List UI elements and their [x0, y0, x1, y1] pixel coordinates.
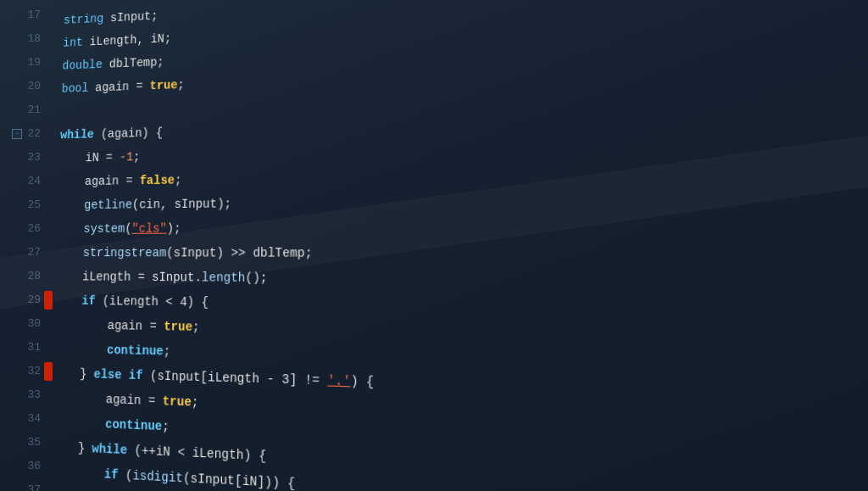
token-num: -1 — [120, 150, 134, 164]
line-number-37: 37 — [27, 478, 41, 491]
token-var: ; — [164, 344, 171, 359]
token-var: iLength = sInput. — [82, 270, 202, 284]
token-str: '.' — [327, 373, 350, 388]
line-number-19: 19 — [27, 51, 41, 75]
line-number-31: 31 — [27, 336, 41, 360]
token-var: } — [78, 441, 92, 456]
line-number-25: 25 — [27, 193, 41, 217]
token-var: again = — [95, 79, 150, 94]
token-var: iN = — [85, 151, 120, 165]
token-kw: continue — [105, 417, 162, 433]
token-kw: while — [60, 127, 101, 142]
code-content: string sInput;int iLength, iN;double dbl… — [43, 0, 868, 491]
token-type: double — [62, 58, 109, 73]
code-line-26: system("cls"); — [58, 211, 868, 241]
line-number-18: 18 — [27, 27, 41, 51]
code-line-27: stringstream(sInput) >> dblTemp; — [57, 240, 868, 269]
line-number-32: 32 — [27, 360, 41, 383]
token-var: sInput; — [110, 9, 159, 25]
token-var: dblTemp; — [109, 55, 164, 70]
line-number-36: 36 — [27, 455, 41, 478]
line-number-26: 26 — [27, 217, 41, 241]
token-fn: system — [83, 222, 125, 236]
token-type: string — [64, 12, 110, 27]
token-var: ; — [192, 395, 199, 410]
token-var: (sInput[iLength - 3] != — [150, 369, 327, 388]
line-number-30: 30 — [27, 312, 41, 336]
token-var: ; — [175, 173, 182, 187]
line-number-27: 27 — [27, 241, 41, 265]
token-var: again = — [106, 393, 163, 409]
token-var: ( — [125, 468, 133, 483]
token-var: ); — [167, 221, 181, 235]
line-number-22: 22− — [27, 122, 41, 146]
line-number-28: 28 — [27, 265, 41, 288]
collapse-icon[interactable]: − — [12, 129, 22, 139]
line-number-21: 21 — [27, 98, 41, 122]
token-fn: isdigit — [132, 468, 183, 485]
line-number-24: 24 — [27, 170, 41, 193]
token-kw: else if — [93, 367, 150, 383]
line-number-35: 35 — [27, 431, 41, 455]
line-number-29: 29 — [27, 288, 41, 312]
token-str: "cls" — [131, 221, 167, 235]
code-editor: 171819202122−232425262728293031323334353… — [0, 0, 868, 491]
token-var: } — [80, 367, 94, 382]
token-kw: while — [92, 442, 134, 458]
token-kw2: true — [164, 320, 192, 334]
token-var: (); — [245, 271, 267, 285]
token-kw2: false — [140, 173, 175, 187]
token-var: (again) { — [101, 126, 163, 142]
line-number-34: 34 — [27, 407, 41, 431]
token-kw: continue — [107, 343, 164, 359]
token-var: (iLength < 4) { — [103, 294, 209, 310]
token-var: again = — [85, 174, 140, 188]
breakpoint-marker[interactable] — [44, 291, 53, 310]
token-var: ; — [133, 150, 140, 164]
line-numbers: 171819202122−232425262728293031323334353… — [0, 3, 51, 491]
token-kw2: true — [149, 78, 177, 92]
line-number-33: 33 — [27, 383, 41, 407]
token-fn: stringstream — [83, 246, 167, 259]
token-var: iLength, iN; — [89, 31, 171, 48]
token-var: (cin, sInput); — [132, 197, 231, 211]
token-kw: if — [81, 294, 103, 309]
token-fn: length — [202, 271, 246, 285]
token-kw: if — [104, 467, 125, 483]
token-type: int — [63, 36, 90, 50]
breakpoint-marker[interactable] — [44, 362, 53, 381]
line-number-20: 20 — [27, 75, 41, 98]
token-var: ; — [192, 320, 200, 334]
token-kw2: true — [163, 394, 192, 410]
token-var: (sInput) >> dblTemp; — [166, 246, 312, 260]
line-number-17: 17 — [27, 3, 41, 27]
token-type: bool — [62, 81, 96, 96]
line-number-23: 23 — [27, 146, 41, 170]
token-var: ; — [177, 78, 185, 92]
token-var: ) { — [351, 374, 375, 389]
token-var: (sInput[iN])) { — [183, 471, 295, 491]
token-fn: getline — [84, 198, 132, 212]
token-var: ; — [162, 419, 170, 433]
token-var: (++iN < iLength) { — [134, 444, 266, 464]
token-var: again = — [108, 319, 164, 334]
line-gutter: 171819202122−232425262728293031323334353… — [0, 0, 51, 491]
